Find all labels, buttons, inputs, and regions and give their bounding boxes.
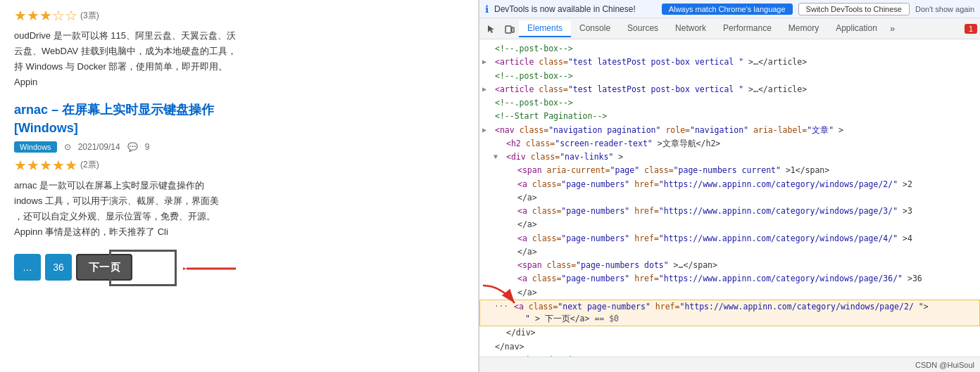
article1-desc: oudDrive 是一款可以将 115、阿里云盘、天翼云盘、沃 云盘、WebDA… bbox=[14, 28, 464, 90]
ellipsis-label: … bbox=[23, 262, 32, 273]
star-icons: ★★★☆☆ bbox=[14, 7, 77, 24]
left-panel: ★★★☆☆ (3票) oudDrive 是一款可以将 115、阿里云盘、天翼云盘… bbox=[0, 0, 479, 372]
code-line: </nav> bbox=[479, 340, 980, 354]
code-content: </a> bbox=[517, 219, 977, 231]
red-arrow bbox=[183, 258, 239, 281]
code-content: </a> bbox=[517, 287, 977, 299]
code-line: ▼ <div class="nav-links" > bbox=[479, 150, 980, 164]
code-line: <!--End Pagination--> bbox=[479, 354, 980, 357]
tab-sources-label: Sources bbox=[627, 23, 658, 33]
code-content: <nav class="navigation pagination" role=… bbox=[495, 124, 977, 136]
code-area[interactable]: <!--.post-box--> ▶ <article class="test … bbox=[479, 39, 980, 357]
page36-label: 36 bbox=[53, 262, 64, 273]
article2-meta: Windows ⊙ 2021/09/14 💬 9 bbox=[14, 141, 464, 153]
tab-more-btn[interactable]: » bbox=[886, 22, 899, 35]
line-arrow: ▶ bbox=[482, 84, 495, 94]
tab-console[interactable]: Console bbox=[571, 20, 619, 37]
article2-desc: arnac 是一款可以在屏幕上实时显示键盘操作的 indows 工具，可以用于演… bbox=[14, 178, 464, 240]
code-content: <a class="page-numbers" href="https://ww… bbox=[517, 179, 977, 191]
line-arrow: ▼ bbox=[494, 151, 506, 162]
cursor-icon-btn[interactable] bbox=[482, 20, 501, 38]
code-line: <span aria-current="page" class="page-nu… bbox=[479, 164, 980, 177]
code-content: </div> bbox=[506, 327, 977, 339]
code-line: <h2 class="screen-reader-text" >文章导航</h2… bbox=[479, 137, 980, 150]
code-content: <!--Start Pagination--> bbox=[495, 110, 977, 122]
tab-elements-label: Elements bbox=[527, 23, 563, 33]
article2-comments: 9 bbox=[145, 142, 150, 152]
code-line: ▶ <article class="test latestPost post-b… bbox=[479, 56, 980, 69]
tab-memory[interactable]: Memory bbox=[780, 20, 827, 37]
code-content: </a> bbox=[517, 246, 977, 258]
code-content: <h2 class="screen-reader-text" >文章导航</h2… bbox=[506, 138, 977, 150]
article2-title[interactable]: arnac – 在屏幕上实时显示键盘操作[Windows] bbox=[14, 101, 464, 136]
tab-right-section: 1 bbox=[965, 24, 977, 34]
tab-network[interactable]: Network bbox=[667, 20, 715, 37]
tab-memory-label: Memory bbox=[789, 23, 819, 33]
code-line: </a> bbox=[479, 191, 980, 205]
tab-elements[interactable]: Elements bbox=[519, 20, 571, 37]
article2-stars: ★★★★★ (2票) bbox=[14, 157, 464, 174]
code-line: <!--.post-box--> bbox=[479, 42, 980, 56]
code-line: <a class="page-numbers" href="https://ww… bbox=[479, 272, 980, 286]
code-line: </a> bbox=[479, 286, 980, 300]
code-line: <a class="page-numbers" href="https://ww… bbox=[479, 232, 980, 245]
line-arrow: ▶ bbox=[482, 124, 495, 135]
article1-stars: ★★★☆☆ (3票) bbox=[14, 7, 464, 24]
error-badge: 1 bbox=[965, 24, 977, 34]
tab-performance-label: Performance bbox=[723, 23, 772, 33]
code-content: <a class="page-numbers" href="https://ww… bbox=[517, 273, 977, 285]
switch-devtools-btn[interactable]: Switch DevTools to Chinese bbox=[798, 3, 910, 15]
code-line: <a class="page-numbers" href="https://ww… bbox=[479, 178, 980, 191]
highlighted-code-content: <a class="next page-numbers" href="https… bbox=[514, 301, 976, 326]
device-icon-btn[interactable] bbox=[501, 20, 519, 38]
page-36-btn[interactable]: 36 bbox=[45, 254, 72, 281]
code-content: </a> bbox=[517, 192, 977, 204]
article2-section: arnac – 在屏幕上实时显示键盘操作[Windows] Windows ⊙ … bbox=[14, 101, 464, 240]
code-content: <!--.post-box--> bbox=[495, 70, 977, 82]
windows-tag[interactable]: Windows bbox=[14, 141, 57, 153]
svg-rect-3 bbox=[512, 27, 514, 32]
code-content: <article class="test latestPost post-box… bbox=[495, 56, 977, 68]
code-line: ▶ <nav class="navigation pagination" rol… bbox=[479, 124, 980, 137]
code-content: <a class="page-numbers" href="https://ww… bbox=[517, 233, 977, 245]
code-line: </a> bbox=[479, 245, 980, 259]
code-content: </nav> bbox=[495, 341, 977, 353]
code-content: <div class="nav-links" > bbox=[506, 151, 977, 163]
code-line: <a class="page-numbers" href="https://ww… bbox=[479, 205, 980, 218]
info-icon: ℹ bbox=[485, 4, 489, 15]
tab-application-label: Application bbox=[836, 23, 877, 33]
code-content: <!--.post-box--> bbox=[495, 43, 977, 55]
tab-application[interactable]: Application bbox=[827, 20, 886, 37]
article2-date: 2021/09/14 bbox=[78, 142, 120, 152]
highlighted-code-line[interactable]: ··· <a class="next page-numbers" href="h… bbox=[479, 300, 980, 327]
code-content: <!--End Pagination--> bbox=[495, 354, 977, 357]
star-icons-2: ★★★★★ bbox=[14, 157, 77, 174]
tab-performance[interactable]: Performance bbox=[715, 20, 780, 37]
line-arrow: ▶ bbox=[482, 56, 495, 67]
credit-text: CSDN @HuiSoul bbox=[915, 361, 974, 369]
always-match-btn[interactable]: Always match Chrome's language bbox=[662, 4, 793, 15]
devtools-panel: ℹ DevTools is now available in Chinese! … bbox=[479, 0, 980, 372]
tab-sources[interactable]: Sources bbox=[619, 20, 667, 37]
dont-show-btn[interactable]: Don't show again bbox=[915, 5, 974, 13]
code-content: <span class="page-numbers dots" >…</span… bbox=[517, 259, 977, 271]
code-line: <!--.post-box--> bbox=[479, 70, 980, 83]
code-line: </div> bbox=[479, 326, 980, 340]
next-page-label: 下一页 bbox=[89, 261, 120, 274]
code-line: ▶ <article class="test latestPost post-b… bbox=[479, 83, 980, 96]
code-line: </a> bbox=[479, 218, 980, 231]
next-page-btn[interactable]: 下一页 bbox=[76, 254, 132, 281]
code-content: <!--.post-box--> bbox=[495, 97, 977, 109]
svg-rect-2 bbox=[505, 26, 511, 33]
bottom-bar: CSDN @HuiSoul bbox=[479, 357, 980, 372]
notification-bar: ℹ DevTools is now available in Chinese! … bbox=[479, 0, 980, 18]
code-content: <article class="test latestPost post-box… bbox=[495, 84, 977, 96]
code-content: <a class="page-numbers" href="https://ww… bbox=[517, 205, 977, 217]
code-line: <!--.post-box--> bbox=[479, 96, 980, 110]
page-ellipsis-btn[interactable]: … bbox=[14, 254, 41, 281]
pagination-row: … 36 下一页 bbox=[14, 254, 464, 281]
tab-network-label: Network bbox=[675, 23, 706, 33]
tab-more-label: » bbox=[890, 23, 895, 34]
code-line: <!--Start Pagination--> bbox=[479, 110, 980, 123]
tab-console-label: Console bbox=[579, 23, 610, 33]
